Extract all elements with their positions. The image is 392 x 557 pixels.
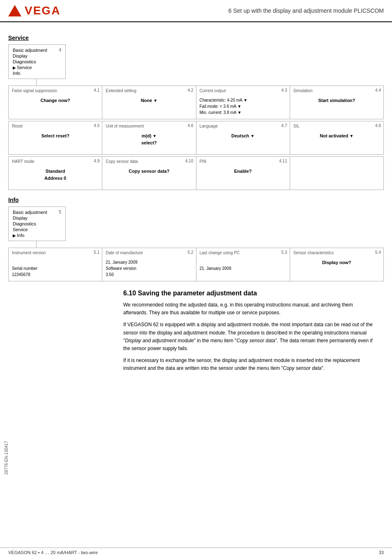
card-5-2-sw-value: 3.50: [106, 272, 192, 278]
card-5-1: 5.1 Instrument version Serial number 123…: [9, 248, 102, 281]
info-menu-connector: Basic adjustment 5 Display Diagnostics S…: [8, 207, 384, 248]
footer-right: 33: [379, 550, 384, 555]
card-5-2-number: 5.2: [188, 250, 194, 255]
info-menu-number: 5: [59, 209, 61, 215]
card-4-3-line1: Characteristic: 4-20 mA ▼: [200, 97, 286, 103]
service-row1-inner: 4.1 False signal suppression Change now?…: [9, 86, 383, 119]
header-title: 6 Set up with the display and adjustment…: [228, 7, 384, 14]
card-4-7-number: 4.7: [281, 123, 287, 128]
card-4-3: 4.3 Current output Characteristic: 4-20 …: [196, 86, 290, 119]
card-4-7-title: Language: [200, 124, 286, 128]
card-4-5-title: Reset: [12, 124, 99, 128]
text-section: 6.10 Saving the parameter adjustment dat…: [123, 290, 384, 373]
card-4-6-content: m(d) ▼select?: [106, 132, 192, 146]
info-menu-diagnostics[interactable]: Diagnostics: [13, 221, 61, 227]
card-4-3-title: Current output: [200, 88, 286, 93]
italic-display-module: Display and adjustment module: [125, 338, 194, 343]
service-vline: [36, 79, 37, 86]
card-4-5: 4.5 Reset Select reset?: [9, 121, 102, 154]
card-4-10-title: Copy sensor data: [106, 159, 192, 164]
card-5-3-date: 21. January 2009: [200, 265, 286, 272]
menu-diagnostics[interactable]: Diagnostics: [13, 59, 61, 65]
card-5-3-content: 21. January 2009: [200, 259, 286, 272]
saving-heading: 6.10 Saving the parameter adjustment dat…: [123, 290, 376, 297]
card-4-9-number: 4.9: [94, 159, 99, 163]
card-empty-row3: [290, 157, 383, 190]
card-5-4-title: Sensor characteristics: [293, 251, 380, 255]
card-4-8-number: 4.8: [375, 123, 381, 128]
card-4-1: 4.1 False signal suppression Change now?: [9, 86, 102, 119]
info-row1: 5.1 Instrument version Serial number 123…: [8, 248, 384, 281]
service-section: Service Basic adjustment 4 Display Diagn…: [8, 35, 384, 190]
card-4-5-number: 4.5: [94, 123, 99, 128]
menu-basic[interactable]: Basic adjustment: [13, 47, 47, 53]
card-4-8-content: Not activated ▼: [293, 132, 380, 139]
card-4-6-number: 4.6: [188, 123, 194, 128]
card-5-3-title: Last change using PC: [200, 251, 286, 255]
card-4-1-content: Change now?: [12, 97, 99, 104]
card-4-6: 4.6 Unit of measurement m(d) ▼select?: [102, 121, 196, 154]
card-5-3-number: 5.3: [281, 250, 287, 255]
main-content: Service Basic adjustment 4 Display Diagn…: [0, 26, 392, 385]
card-4-8: 4.8 SIL Not activated ▼: [290, 121, 383, 154]
card-4-3-line3: Min. current: 3.8 mA ▼: [200, 109, 286, 116]
service-menu-box: Basic adjustment 4 Display Diagnostics ▶…: [8, 44, 66, 79]
italic-copy-sensor-1: Copy sensor data: [237, 338, 275, 343]
info-row1-inner: 5.1 Instrument version Serial number 123…: [9, 248, 383, 281]
card-4-7: 4.7 Language Deutsch ▼: [196, 121, 290, 154]
card-4-10-content: Copy sensor data?: [106, 168, 192, 175]
footer-left: VEGASON 62 • 4 … 20 mA/HART - two-wire: [8, 550, 98, 555]
card-5-2-sw-label: Software version: [106, 265, 192, 272]
menu-number: 4: [59, 47, 61, 53]
info-heading: Info: [8, 197, 384, 203]
service-menu-connector: Basic adjustment 4 Display Diagnostics ▶…: [8, 44, 384, 86]
card-5-2-title: Date of manufacture: [106, 251, 192, 255]
card-4-11-number: 4.11: [279, 159, 287, 163]
service-row2-inner: 4.5 Reset Select reset? 4.6 Unit of meas…: [9, 121, 383, 154]
service-row1: 4.1 False signal suppression Change now?…: [8, 86, 384, 119]
italic-copy-sensor-2: Copy sensor data: [283, 365, 321, 371]
card-5-4-content: Display now?: [293, 259, 380, 266]
service-row3: 4.9 HART mode StandardAddress 0 4.10 Cop…: [8, 156, 384, 190]
card-4-5-content: Select reset?: [12, 132, 99, 139]
card-5-1-content: Serial number 12345678: [12, 259, 99, 278]
card-4-11-content: Enable?: [200, 168, 286, 175]
page-header: VEGA 6 Set up with the display and adjus…: [0, 0, 392, 22]
card-4-9-title: HART mode: [12, 159, 99, 164]
saving-para-2: If VEGASON 62 is equipped with a display…: [123, 321, 376, 353]
logo-triangle: [8, 5, 21, 16]
card-5-4-number: 5.4: [375, 250, 381, 255]
info-menu-service[interactable]: Service: [13, 227, 61, 232]
card-5-2-date: 21. January 2009: [106, 259, 192, 265]
card-4-4-title: Simulation: [293, 88, 380, 93]
card-5-4: 5.4 Sensor characteristics Display now?: [290, 248, 383, 281]
menu-info[interactable]: Info: [13, 70, 61, 76]
menu-service-active[interactable]: ▶ Service: [13, 65, 61, 70]
card-4-2-title: Extended setting: [106, 88, 192, 93]
service-heading: Service: [8, 35, 384, 41]
info-menu-box: Basic adjustment 5 Display Diagnostics S…: [8, 207, 66, 241]
card-5-1-title: Instrument version: [12, 251, 99, 255]
info-menu-info-active[interactable]: ▶ Info: [13, 232, 61, 238]
card-4-1-number: 4.1: [94, 88, 99, 93]
card-4-3-content: Characteristic: 4-20 mA ▼ Fail.mode: < 3…: [200, 97, 286, 116]
card-5-2: 5.2 Date of manufacture 21. January 2009…: [102, 248, 196, 281]
card-4-7-content: Deutsch ▼: [200, 132, 286, 139]
card-4-3-line2: Fail.mode: < 3.6 mA ▼: [200, 103, 286, 109]
info-vline: [36, 241, 37, 248]
service-row2: 4.5 Reset Select reset? 4.6 Unit of meas…: [8, 121, 384, 155]
card-4-2-number: 4.2: [188, 88, 194, 93]
card-5-1-number: 5.1: [94, 250, 99, 255]
info-menu-display[interactable]: Display: [13, 215, 61, 221]
card-4-4-number: 4.4: [375, 88, 381, 93]
info-menu-basic[interactable]: Basic adjustment: [13, 209, 47, 215]
card-4-9: 4.9 HART mode StandardAddress 0: [9, 157, 102, 190]
menu-display[interactable]: Display: [13, 53, 61, 59]
logo-container: VEGA: [8, 4, 60, 17]
card-4-9-content: StandardAddress 0: [12, 168, 99, 181]
card-4-4: 4.4 Simulation Start simulation?: [290, 86, 383, 119]
card-4-4-content: Start simulation?: [293, 97, 380, 104]
card-4-1-title: False signal suppression: [12, 88, 99, 93]
card-4-3-number: 4.3: [281, 88, 287, 93]
card-4-10: 4.10 Copy sensor data Copy sensor data?: [102, 157, 196, 190]
